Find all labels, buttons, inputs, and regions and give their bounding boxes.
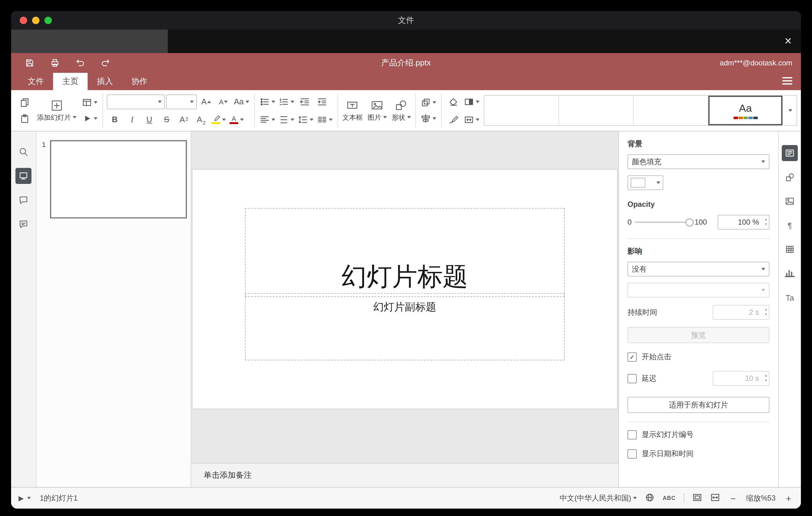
effect-type-select[interactable] [628,283,770,297]
spellcheck-button[interactable]: ABC [663,495,676,501]
slide-thumbnail[interactable] [50,140,187,219]
slider-knob[interactable] [685,219,693,227]
underline-button[interactable]: U [141,112,157,127]
theme-option-selected[interactable]: Aa [708,96,782,125]
duration-spinner[interactable]: 2 s ▴▾ [713,305,770,320]
opacity-spinner[interactable]: 100 % ▴▾ [718,215,770,230]
change-case-button[interactable]: Aa [233,94,251,109]
shape-settings-button[interactable] [782,169,798,185]
highlight-color-button[interactable] [210,112,227,127]
slides-panel-button[interactable] [16,168,31,184]
start-preview-button[interactable] [81,111,99,126]
slide-settings-button[interactable] [782,145,798,161]
chart-settings-button[interactable] [782,265,798,282]
print-button[interactable] [48,56,62,70]
background-color-select[interactable] [628,175,663,190]
bullet-list-button[interactable] [259,94,277,109]
fit-slide-button[interactable] [692,492,702,504]
subscript-button[interactable]: A2 [193,112,209,127]
decrease-font-button[interactable]: A [215,94,231,109]
show-date-time-checkbox[interactable] [628,449,637,459]
font-name-select[interactable] [107,94,165,109]
title-placeholder[interactable]: 幻灯片标题 [245,208,564,297]
zoom-in-button[interactable]: + [784,493,793,503]
slide-canvas[interactable]: 幻灯片标题 幻灯片副标题 [191,132,618,463]
italic-button[interactable]: I [124,112,140,127]
opacity-slider[interactable] [635,222,691,223]
show-slide-number-checkbox[interactable] [628,430,637,439]
language-selector[interactable]: 中文(中华人民共和国) [560,493,637,503]
align-shape-button[interactable] [419,111,437,126]
numbered-list-button[interactable] [278,94,295,109]
superscript-button[interactable]: A2 [176,112,192,127]
textart-settings-button[interactable]: Ta [782,289,798,306]
slide-size-button[interactable] [463,112,481,127]
arrange-shape-button[interactable] [419,95,437,110]
notes-area[interactable]: 单击添加备注 [191,463,618,487]
paragraph-settings-button[interactable]: ¶ [782,217,798,233]
horizontal-align-button[interactable] [259,112,277,127]
table-settings-button[interactable] [782,241,798,257]
spinner-arrows[interactable]: ▴▾ [765,373,767,383]
theme-option[interactable] [559,96,634,125]
redo-button[interactable] [98,56,113,70]
tab-file[interactable]: 文件 [19,73,53,90]
menu-icon[interactable] [782,77,792,85]
spinner-arrows[interactable]: ▴▾ [765,307,767,317]
increase-indent-button[interactable] [314,94,330,109]
preview-button[interactable]: 预览 [628,327,770,343]
change-slide-fill-button[interactable] [463,94,481,109]
insert-textbox-button[interactable]: 文本框 [340,90,365,131]
background-fill-select[interactable]: 颜色填充 [628,154,770,169]
effect-select[interactable]: 没有 [628,262,770,277]
slide[interactable]: 幻灯片标题 幻灯片副标题 [193,170,617,409]
chat-button[interactable] [16,216,31,232]
apply-to-all-slides-button[interactable]: 适用于所有幻灯片 [628,397,770,413]
home-toolbar: 添加幻灯片 A A Aa B I U [11,90,801,132]
insert-image-button[interactable]: 图片 [365,90,389,131]
strikeout-button[interactable]: S [158,112,175,127]
left-toolbar [11,132,36,487]
vertical-align-button[interactable] [278,112,295,127]
theme-option[interactable] [484,96,559,125]
image-settings-button[interactable] [782,193,798,209]
notes-placeholder: 单击添加备注 [204,470,252,481]
clipboard-group [15,90,34,131]
increase-font-button[interactable]: A [198,94,214,109]
subtitle-placeholder[interactable]: 幻灯片副标题 [245,293,564,361]
font-size-select[interactable] [166,94,197,109]
close-icon[interactable]: × [785,33,792,48]
spinner-arrows[interactable]: ▴▾ [765,217,767,227]
add-slide-button[interactable]: 添加幻灯片 [34,90,79,131]
document-language-button[interactable] [645,492,655,504]
copy-button[interactable] [17,95,33,110]
insert-shape-button[interactable]: 形状 [389,90,413,131]
slide-layout-button[interactable] [81,95,99,110]
tab-collaboration[interactable]: 协作 [122,73,157,90]
fit-width-button[interactable] [710,492,720,504]
minimize-window-button[interactable] [32,17,39,24]
clear-style-button[interactable] [445,94,462,109]
close-window-button[interactable] [20,17,27,24]
search-button[interactable] [16,144,31,160]
theme-gallery-expand-button[interactable] [784,95,797,126]
bold-button[interactable]: B [107,112,123,127]
tab-home[interactable]: 主页 [53,73,88,90]
delay-spinner[interactable]: 10 s ▴▾ [713,371,770,386]
zoom-out-button[interactable]: − [728,493,738,503]
columns-button[interactable] [316,112,334,127]
undo-button[interactable] [73,56,88,70]
delay-checkbox[interactable] [628,374,637,383]
start-on-click-checkbox[interactable]: ✓ [628,352,637,362]
theme-option[interactable] [634,96,708,125]
decrease-indent-button[interactable] [297,94,313,109]
line-spacing-button[interactable] [297,112,315,127]
font-color-button[interactable]: A [228,112,245,127]
copy-style-button[interactable] [445,112,462,127]
save-button[interactable] [22,56,37,70]
zoom-window-button[interactable] [45,17,52,24]
tab-insert[interactable]: 插入 [88,73,122,90]
paste-button[interactable] [17,111,33,126]
start-slideshow-button[interactable]: ▶ [19,494,31,502]
comments-button[interactable] [16,192,31,208]
